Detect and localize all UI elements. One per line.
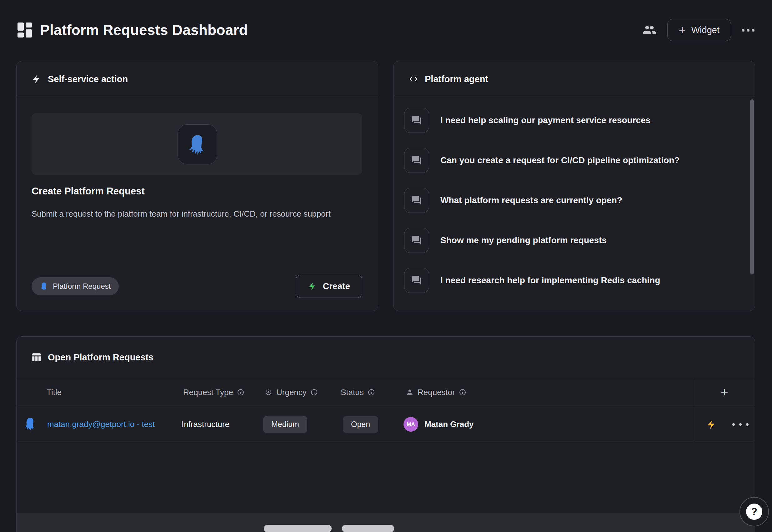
info-icon[interactable] [237, 389, 244, 396]
row-urgency-cell: Medium [263, 407, 307, 442]
row-requestor-cell: MA Matan Grady [404, 407, 474, 442]
row-entity-icon [23, 407, 37, 442]
dashboard-icon [18, 23, 32, 38]
bolt-icon [308, 282, 317, 291]
chat-icon [404, 188, 429, 213]
agent-suggestion[interactable]: What platform requests are currently ope… [404, 180, 733, 220]
platform-agent-card-title: Platform agent [425, 74, 488, 84]
row-title-cell: matan.grady@getport.io - test [47, 407, 155, 442]
column-header-status[interactable]: Status [341, 378, 375, 407]
header-left: Platform Requests Dashboard [18, 22, 248, 38]
code-icon [409, 74, 419, 84]
bolt-icon [32, 74, 42, 84]
column-label: Title [47, 388, 62, 397]
column-label: Status [341, 388, 364, 397]
action-logo-tile [178, 124, 217, 164]
bolt-icon [706, 419, 717, 430]
app-root: Platform Requests Dashboard + Widget Sel… [0, 0, 772, 532]
chat-icon [404, 148, 429, 173]
agent-suggestion[interactable]: I need research help for implementing Re… [404, 260, 733, 300]
self-service-card-title: Self-service action [48, 74, 128, 84]
status-badge: Open [343, 416, 378, 433]
action-preview-panel [32, 113, 362, 175]
column-header-urgency[interactable]: Urgency [264, 378, 318, 407]
chat-icon [404, 228, 429, 253]
row-request-type-cell: Infrastructure [182, 407, 229, 442]
agent-suggestion[interactable]: I need help scaling our payment service … [404, 100, 733, 140]
chat-icon [404, 108, 429, 133]
octopus-icon [40, 282, 48, 291]
octopus-icon [23, 417, 37, 432]
members-button[interactable] [642, 23, 657, 37]
help-button[interactable]: ? [739, 497, 769, 526]
self-service-card-header: Self-service action [17, 61, 378, 97]
blueprint-badge-label: Platform Request [53, 282, 111, 291]
agent-suggestion-text: I need research help for implementing Re… [440, 275, 660, 285]
ellipsis-icon [732, 423, 751, 426]
agent-suggestion-text: I need help scaling our payment service … [440, 115, 650, 125]
agent-suggestion[interactable]: Can you create a request for CI/CD pipel… [404, 140, 733, 180]
blueprint-badge: Platform Request [32, 277, 119, 295]
header-more-button[interactable] [742, 29, 754, 32]
row-more-button[interactable] [732, 407, 751, 442]
platform-agent-card-header: Platform agent [394, 61, 755, 97]
ellipsis-icon [742, 29, 754, 32]
info-icon[interactable] [310, 389, 318, 396]
info-icon[interactable] [368, 389, 375, 396]
vertical-scrollbar[interactable] [750, 99, 754, 274]
octopus-icon [187, 134, 208, 155]
add-column-button[interactable]: + [694, 378, 755, 407]
column-header-title[interactable]: Title [47, 378, 62, 407]
column-header-requestor[interactable]: Requestor [406, 378, 466, 407]
horizontal-scrollbar-thumb[interactable] [264, 525, 332, 532]
create-button-label: Create [323, 281, 350, 291]
platform-agent-card: Platform agent I need help scaling our p… [393, 61, 755, 311]
question-mark-icon: ? [746, 504, 762, 520]
agent-suggestion-text: What platform requests are currently ope… [440, 195, 622, 205]
table-footer [17, 513, 755, 532]
row-title-link[interactable]: matan.grady@getport.io - test [47, 419, 155, 429]
action-title: Create Platform Request [32, 186, 145, 197]
horizontal-scrollbar-thumb[interactable] [342, 525, 394, 532]
column-header-request-type[interactable]: Request Type [183, 378, 244, 407]
agent-suggestion-list: I need help scaling our payment service … [404, 100, 733, 300]
run-action-button[interactable] [706, 407, 717, 442]
urgency-badge: Medium [263, 416, 307, 433]
create-button[interactable]: Create [296, 275, 362, 298]
page-title: Platform Requests Dashboard [40, 22, 248, 38]
requestor-name: Matan Grady [424, 419, 474, 429]
table-icon [31, 352, 42, 363]
request-type-value: Infrastructure [182, 419, 229, 429]
people-icon [642, 23, 657, 37]
table-row[interactable]: matan.grady@getport.io - test Infrastruc… [17, 407, 755, 442]
table-header-row: Title Request Type Urgency Status [17, 378, 755, 407]
column-label: Requestor [418, 388, 455, 397]
open-requests-card-header: Open Platform Requests [17, 337, 755, 378]
open-requests-card: Open Platform Requests Title Request Typ… [16, 336, 755, 532]
plus-icon: + [679, 24, 686, 36]
column-label: Urgency [276, 388, 307, 397]
action-description: Submit a request to the platform team fo… [32, 208, 341, 220]
add-widget-button[interactable]: + Widget [667, 19, 731, 41]
row-status-cell: Open [343, 407, 378, 442]
radio-icon [264, 388, 273, 396]
avatar: MA [404, 417, 418, 432]
person-icon [406, 388, 414, 396]
open-requests-card-title: Open Platform Requests [48, 352, 153, 363]
agent-suggestion-text: Can you create a request for CI/CD pipel… [440, 155, 679, 165]
header-actions: + Widget [642, 19, 754, 41]
add-widget-label: Widget [691, 25, 719, 35]
self-service-card: Self-service action Create Platform Requ… [16, 61, 378, 311]
chat-icon [404, 268, 429, 293]
agent-suggestion[interactable]: Show me my pending platform requests [404, 220, 733, 260]
page-header: Platform Requests Dashboard + Widget [18, 0, 754, 60]
agent-suggestion-text: Show me my pending platform requests [440, 235, 607, 245]
info-icon[interactable] [459, 389, 466, 396]
column-label: Request Type [183, 388, 233, 397]
